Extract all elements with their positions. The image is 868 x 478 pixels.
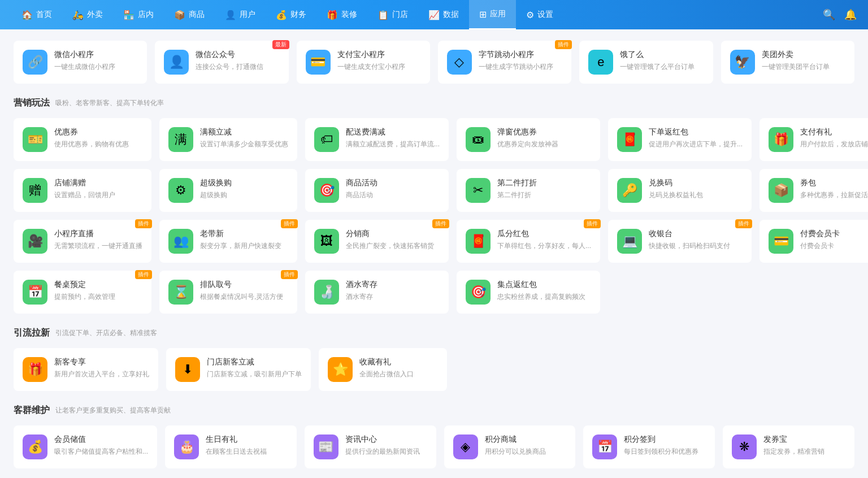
app-card[interactable]: 🎫优惠券使用优惠券，购物有优惠 xyxy=(14,118,151,161)
zhuangxiu-icon: 🎁 xyxy=(327,10,338,20)
nav-shangpin[interactable]: 📦 商品 xyxy=(164,0,215,29)
card-title: 积分商城 xyxy=(485,434,567,445)
app-card[interactable]: 🦅美团外卖一键管理美团平台订单 xyxy=(721,41,854,84)
card-body: 生日有礼在顾客生日送去祝福 xyxy=(206,434,288,457)
nav-mendi[interactable]: 📋 门店 xyxy=(367,0,418,29)
card-body: 付费会员卡付费会员卡 xyxy=(800,229,868,251)
card-title: 券包 xyxy=(800,178,868,188)
app-card[interactable]: ❋发券宝指定发券，精准营销 xyxy=(723,425,854,468)
card-icon: 🖼 xyxy=(314,229,339,254)
card-body: 分销商全民推广裂变，快速拓客销货 xyxy=(346,229,440,251)
card-title: 集点返红包 xyxy=(497,280,591,290)
app-card[interactable]: 插件📦券包多种优惠券，拉新促活促复购 xyxy=(760,169,868,212)
card-title: 门店新客立减 xyxy=(207,357,302,367)
card-icon: 🎥 xyxy=(23,229,47,254)
card-desc: 提供行业的最热新闻资讯 xyxy=(345,447,427,457)
nav-dianei[interactable]: 🏪 店内 xyxy=(113,0,164,29)
app-card[interactable]: 📰资讯中心提供行业的最热新闻资讯 xyxy=(305,425,436,468)
plugin-badge: 插件 xyxy=(281,219,298,228)
app-card[interactable]: 插件◇字节跳动小程序一键生成字节跳动小程序 xyxy=(438,41,571,84)
app-card[interactable]: 🎁支付有礼用户付款后，发放店铺优惠券 xyxy=(760,118,868,161)
app-card[interactable]: 满满额立减设置订单满多少金额享受优惠 xyxy=(159,118,297,161)
card-icon: 🔑 xyxy=(617,178,642,203)
card-body: 优惠券使用优惠券，购物有优惠 xyxy=(54,127,142,149)
app-card[interactable]: 插件⌛排队取号根据餐桌情况叫号,灵活方便 xyxy=(159,271,297,314)
card-body: 积分签到每日签到领积分和优惠券 xyxy=(624,434,706,457)
app-card[interactable]: 🍶酒水寄存酒水寄存 xyxy=(305,271,449,314)
app-card[interactable]: 插件🧧瓜分红包下单得红包，分享好友，每人... xyxy=(457,220,600,263)
card-desc: 连接公众号，打通微信 xyxy=(196,62,279,72)
app-card[interactable]: 🎁新客专享新用户首次进入平台，立享好礼 xyxy=(14,348,158,391)
card-icon: 赠 xyxy=(23,178,47,203)
app-card[interactable]: 赠店铺满赠设置赠品，回馈用户 xyxy=(14,169,151,212)
app-card[interactable]: 插件🎥小程序直播无需繁琐流程，一键开通直播 xyxy=(14,220,151,263)
app-card[interactable]: ◈积分商城用积分可以兑换商品 xyxy=(444,425,576,468)
app-card[interactable]: 🎂生日有礼在顾客生日送去祝福 xyxy=(165,425,297,468)
nav-waimai[interactable]: 🛵 外卖 xyxy=(62,0,113,29)
app-card[interactable]: e饿了么一键管理饿了么平台订单 xyxy=(579,41,713,84)
app-card[interactable]: ⭐收藏有礼全面抢占微信入口 xyxy=(319,348,447,391)
card-title: 下单返红包 xyxy=(649,127,743,137)
yingyong-icon: ⊞ xyxy=(479,9,487,20)
app-card[interactable]: 🎯商品活动商品活动 xyxy=(305,169,449,212)
app-card[interactable]: 🔑兑换码兑码兑换权益礼包 xyxy=(608,169,752,212)
app-card[interactable]: 🏷配送费满减满额立减配送费，提高订单流... xyxy=(305,118,449,161)
app-card[interactable]: 🧧下单返红包促进用户再次进店下单，提升... xyxy=(608,118,752,161)
card-desc: 多种优惠券，拉新促活促复购 xyxy=(800,190,868,200)
card-desc: 忠实粉丝养成，提高复购频次 xyxy=(497,292,591,302)
app-card[interactable]: 🎯集点返红包忠实粉丝养成，提高复购频次 xyxy=(457,271,600,314)
nav-yingyong[interactable]: ⊞ 应用 xyxy=(469,0,516,29)
card-icon: ⌛ xyxy=(168,280,193,305)
app-card[interactable]: 🎟弹窗优惠券优惠券定向发放神器 xyxy=(457,118,600,161)
app-card[interactable]: 插件📅餐桌预定提前预约，高效管理 xyxy=(14,271,151,314)
traffic-title: 引流拉新 xyxy=(14,327,50,339)
card-desc: 全面抢占微信入口 xyxy=(359,370,438,379)
app-card[interactable]: 插件👥老带新裂变分享，新用户快速裂变 xyxy=(159,220,297,263)
plugin-badge: 插件 xyxy=(584,219,601,228)
card-title: 餐桌预定 xyxy=(54,280,142,290)
app-card[interactable]: ⚙超级换购超级换购 xyxy=(159,169,297,212)
app-card[interactable]: 💰会员储值吸引客户储值提高客户粘性和... xyxy=(14,425,157,468)
card-desc: 快捷收银，扫码枪扫码支付 xyxy=(649,241,743,251)
nav-yonghu[interactable]: 👤 用户 xyxy=(215,0,266,29)
card-title: 付费会员卡 xyxy=(800,229,868,239)
card-icon: 🎯 xyxy=(314,178,339,203)
card-title: 小程序直播 xyxy=(54,229,142,239)
card-icon: 🏷 xyxy=(314,127,339,152)
nav-zhuangxiu[interactable]: 🎁 装修 xyxy=(316,0,367,29)
retention-desc: 让老客户更多重复购买、提高客单贡献 xyxy=(55,406,171,415)
retention-section-header: 客群维护 让老客户更多重复购买、提高客单贡献 xyxy=(14,405,854,416)
card-desc: 满额立减配送费，提高订单流... xyxy=(346,140,440,149)
app-card[interactable]: 📅积分签到每日签到领积分和优惠券 xyxy=(583,425,715,468)
nav-shezhi[interactable]: ⚙ 设置 xyxy=(516,0,563,29)
app-card[interactable]: 💳支付宝小程序一键生成支付宝小程序 xyxy=(297,41,430,84)
app-card[interactable]: 插件💻收银台快捷收银，扫码枪扫码支付 xyxy=(608,220,752,263)
app-card[interactable]: ✂第二件打折第二件打折 xyxy=(457,169,600,212)
card-icon: 🍶 xyxy=(314,280,339,305)
card-icon: 📅 xyxy=(592,434,617,459)
card-desc: 吸引客户储值提高客户粘性和... xyxy=(54,447,148,457)
card-title: 配送费满减 xyxy=(346,127,440,137)
nav-shuju[interactable]: 📈 数据 xyxy=(418,0,469,29)
app-card[interactable]: 插件🖼分销商全民推广裂变，快速拓客销货 xyxy=(305,220,449,263)
plugin-badge: 插件 xyxy=(555,40,572,49)
app-card[interactable]: 🔗微信小程序一键生成微信小程序 xyxy=(14,41,147,84)
app-card[interactable]: ⬇门店新客立减门店新客立减，吸引新用户下单 xyxy=(166,348,311,391)
card-icon: 🧧 xyxy=(466,229,491,254)
card-body: 收银台快捷收银，扫码枪扫码支付 xyxy=(649,229,743,251)
card-icon: ◇ xyxy=(447,50,472,75)
card-title: 排队取号 xyxy=(200,280,288,290)
card-body: 瓜分红包下单得红包，分享好友，每人... xyxy=(497,229,591,251)
nav-caiwu[interactable]: 💰 财务 xyxy=(266,0,316,29)
app-card[interactable]: 最新👤微信公众号连接公众号，打通微信 xyxy=(155,41,288,84)
traffic-section-header: 引流拉新 引流促下单、开店必备、精准揽客 xyxy=(14,327,854,339)
card-icon: e xyxy=(588,50,613,75)
card-desc: 酒水寄存 xyxy=(346,292,440,302)
search-icon[interactable]: 🔍 xyxy=(823,8,835,21)
nav-home[interactable]: 🏠 首页 xyxy=(11,0,62,29)
card-title: 微信小程序 xyxy=(54,50,138,60)
retention-title: 客群维护 xyxy=(14,405,50,416)
card-title: 店铺满赠 xyxy=(54,178,142,188)
app-card[interactable]: 插件💳付费会员卡付费会员卡 xyxy=(760,220,868,263)
notification-icon[interactable]: 🔔 xyxy=(844,8,857,21)
